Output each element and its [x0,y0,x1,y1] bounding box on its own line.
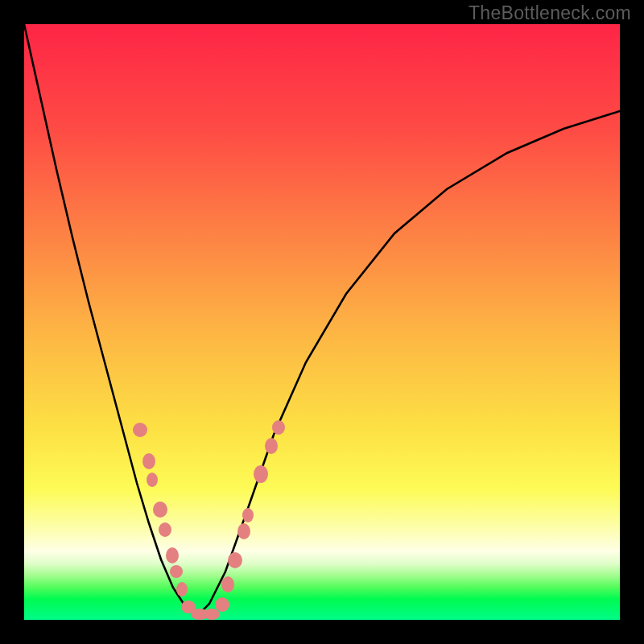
curve-marker [176,582,188,597]
chart-frame: TheBottleneck.com [0,0,644,644]
curve-marker [147,473,158,487]
curve-marker [166,547,179,564]
curve-marker [215,597,229,612]
curve-marker [159,522,171,537]
curve-marker [272,420,285,435]
curve-marker [170,565,183,578]
watermark-text: TheBottleneck.com [469,2,631,24]
curve-marker [228,552,242,568]
curve-marker [204,609,220,620]
curve-left-branch [24,24,197,616]
curve-marker [153,502,167,518]
plot-area [24,24,620,620]
curve-marker [254,465,268,483]
curve-marker [133,423,147,437]
curve-marker [265,438,278,454]
curve-marker [242,508,254,522]
curve-marker [142,453,155,469]
curve-layer [24,24,620,620]
curve-marker [237,523,250,539]
curve-marker [221,576,234,592]
curve-right-branch [197,111,620,616]
marker-group [133,420,285,620]
